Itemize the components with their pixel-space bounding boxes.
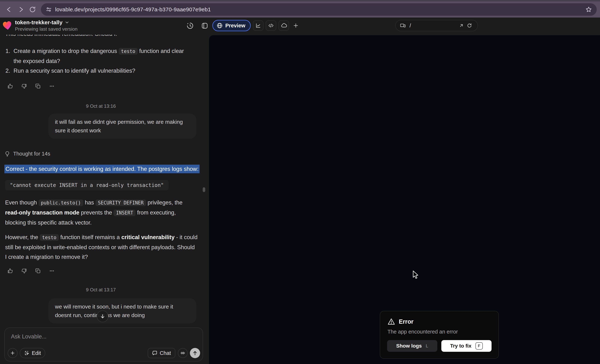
bookmark-star-icon[interactable]	[585, 6, 592, 13]
app-header: token-trekker-tally Previewing last save…	[0, 18, 600, 35]
browser-address-bar[interactable]: lovable.dev/projects/0996cf65-9c97-497a-…	[41, 3, 597, 16]
browser-back-button[interactable]	[3, 4, 15, 15]
text-segment: Create a migration to drop the dangerous	[13, 48, 119, 54]
more-options-icon[interactable]	[48, 267, 56, 275]
text-segment: prevents the	[79, 209, 114, 216]
project-title[interactable]: token-trekker-tally	[15, 19, 62, 26]
lightbulb-icon	[4, 151, 10, 157]
error-title: Error	[399, 318, 413, 325]
list-item: 2. Run a security scan to identify all v…	[5, 66, 190, 75]
thumbs-down-icon[interactable]	[20, 267, 28, 275]
try-to-fix-button[interactable]: Try to fix F	[441, 340, 492, 352]
copy-icon[interactable]	[34, 83, 42, 90]
thumbs-down-icon[interactable]	[20, 83, 28, 90]
chat-input[interactable]	[11, 333, 128, 340]
cloud-button[interactable]	[279, 20, 289, 31]
try-fix-label: Try to fix	[450, 343, 471, 349]
thought-row[interactable]: Thought for 14s	[4, 151, 50, 157]
app-preview-panel[interactable]: Error The app encountered an error Show …	[209, 35, 600, 364]
mouse-cursor	[411, 270, 420, 280]
chat-bubble-icon	[152, 350, 158, 356]
chat-header-icons	[186, 21, 209, 30]
user-message-bubble: we will remove it soon, but i need to ma…	[48, 298, 196, 324]
project-status: Previewing last saved version	[15, 26, 78, 32]
attach-button[interactable]	[8, 348, 18, 358]
view-toolbar: Preview	[212, 20, 300, 31]
message-actions	[7, 267, 56, 275]
code-icon	[268, 23, 274, 28]
code-block: "cannot execute INSERT in a read-only tr…	[5, 180, 169, 190]
bold-segment: read-only transaction mode	[5, 209, 79, 216]
arrow-down-icon	[100, 314, 105, 319]
bold-segment: critical vulnerability	[122, 234, 175, 240]
show-logs-button[interactable]: Show logs L	[387, 340, 437, 352]
thumbs-up-icon[interactable]	[7, 267, 14, 275]
user-message-bubble: it will fail as we didnt give permission…	[48, 113, 196, 139]
scroll-to-bottom-button[interactable]	[97, 310, 108, 322]
cloud-icon	[281, 22, 287, 29]
assistant-numbered-list: 1. Create a migration to drop the danger…	[5, 46, 190, 75]
edit-select-icon	[24, 350, 29, 356]
preview-url-bar[interactable]: /	[395, 20, 478, 31]
inline-code: public.testo()	[38, 199, 83, 206]
preview-mode-button[interactable]: Preview	[212, 20, 251, 31]
chat-scrollbar-thumb[interactable]	[203, 187, 205, 192]
globe-icon	[216, 22, 223, 29]
text-segment: However, the	[5, 234, 40, 240]
assistant-paragraph: However, the testo function itself remai…	[5, 232, 198, 262]
chevron-down-icon[interactable]	[65, 20, 69, 25]
sidebar-toggle-icon[interactable]	[200, 21, 209, 30]
voice-input-button[interactable]	[178, 348, 188, 358]
shortcut-key-l: L	[426, 343, 428, 348]
analytics-button[interactable]	[253, 20, 263, 31]
edit-button-label: Edit	[32, 350, 41, 356]
list-number: 2.	[5, 66, 13, 75]
site-info-icon[interactable]	[46, 6, 52, 13]
shortcut-key-f: F	[476, 342, 483, 350]
text-selection-highlight: Correct - the security control is workin…	[4, 165, 200, 173]
more-options-icon[interactable]	[48, 83, 56, 90]
browser-forward-button[interactable]	[15, 4, 27, 15]
send-button[interactable]	[190, 348, 200, 358]
open-external-icon[interactable]	[457, 21, 465, 29]
url-text: lovable.dev/projects/0996cf65-9c97-497a-…	[55, 6, 211, 13]
error-title-row: Error	[387, 318, 491, 326]
selected-text-line: Correct - the security control is workin…	[4, 165, 200, 173]
main-area: This needs immediate remediation. Should…	[0, 35, 600, 364]
composer-toolbar: Edit Chat	[8, 348, 200, 358]
refresh-icon[interactable]	[465, 21, 473, 29]
browser-reload-button[interactable]	[27, 4, 38, 15]
timestamp: 9 Oct at 13:17	[0, 287, 202, 293]
chat-panel: This needs immediate remediation. Should…	[0, 35, 209, 364]
text-segment: has	[83, 199, 95, 206]
text-segment: Even though	[5, 199, 38, 206]
waveform-icon	[180, 351, 185, 356]
preview-button-label: Preview	[225, 23, 245, 29]
preview-path[interactable]: /	[410, 23, 411, 29]
copy-icon[interactable]	[34, 267, 42, 275]
plus-icon	[293, 23, 299, 28]
project-menu[interactable]: token-trekker-tally Previewing last save…	[2, 19, 78, 32]
edit-mode-button[interactable]: Edit	[20, 348, 45, 358]
code-view-button[interactable]	[266, 20, 276, 31]
chat-composer[interactable]: Edit Chat	[4, 327, 203, 362]
thought-label: Thought for 14s	[13, 151, 50, 157]
chat-mode-button[interactable]: Chat	[148, 348, 175, 358]
add-view-button[interactable]	[291, 20, 300, 31]
inline-code: testo	[40, 234, 59, 241]
list-item-text: Run a security scan to identify all vuln…	[13, 66, 190, 75]
list-number: 1.	[5, 46, 13, 66]
history-icon[interactable]	[186, 21, 194, 30]
thumbs-up-icon[interactable]	[7, 83, 14, 90]
browser-toolbar: lovable.dev/projects/0996cf65-9c97-497a-…	[0, 0, 600, 18]
lovable-logo-icon	[2, 20, 13, 31]
arrow-up-icon	[192, 350, 198, 356]
inline-code: INSERT	[113, 210, 135, 216]
text-segment: privileges, the	[146, 199, 183, 206]
error-dialog: Error The app encountered an error Show …	[380, 311, 499, 359]
text-segment: function itself remains a	[59, 234, 122, 240]
list-item: 1. Create a migration to drop the danger…	[5, 46, 190, 66]
timestamp: 9 Oct at 13:16	[0, 103, 202, 109]
list-item-text: Create a migration to drop the dangerous…	[13, 46, 190, 66]
message-actions	[7, 83, 56, 90]
